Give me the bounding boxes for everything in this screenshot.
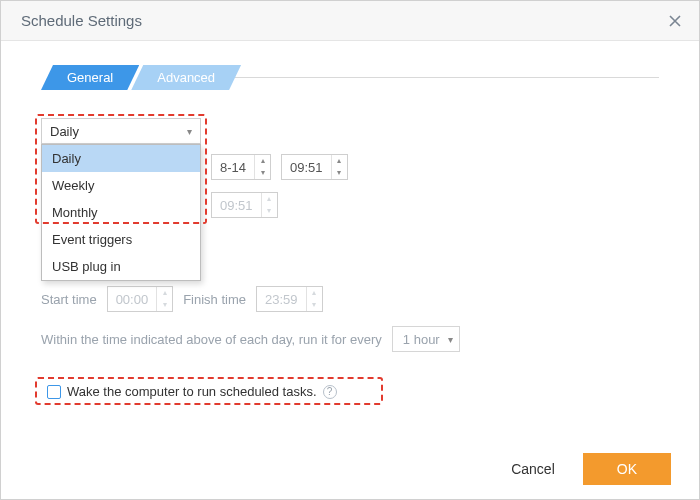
tab-general[interactable]: General xyxy=(41,65,139,90)
dialog-content: General Advanced Daily ▾ Daily Weekly Mo… xyxy=(1,41,699,439)
wake-label: Wake the computer to run scheduled tasks… xyxy=(67,384,317,399)
chevron-down-icon: ▾ xyxy=(187,126,192,137)
lower-rows: Start time 00:00 ▴▾ Finish time 23:59 ▴▾… xyxy=(41,286,659,403)
spin-down-icon: ▾ xyxy=(157,299,172,311)
chevron-down-icon: ▾ xyxy=(448,334,453,345)
frequency-option-daily[interactable]: Daily xyxy=(42,145,200,172)
spin-down-icon[interactable]: ▾ xyxy=(255,167,270,179)
dialog-footer: Cancel OK xyxy=(1,439,699,499)
spin-up-icon[interactable]: ▴ xyxy=(332,155,347,167)
second-row-residual: 09:51 ▴▾ xyxy=(211,192,278,218)
time-second-spinner: 09:51 ▴▾ xyxy=(211,192,278,218)
frequency-dropdown: Daily Weekly Monthly Event triggers USB … xyxy=(41,144,201,281)
dialog-title: Schedule Settings xyxy=(21,12,142,29)
tabs: General Advanced xyxy=(41,65,659,90)
spin-down-icon: ▾ xyxy=(307,299,322,311)
time-once-spinner[interactable]: 09:51 ▴▾ xyxy=(281,154,348,180)
frequency-option-event-triggers[interactable]: Event triggers xyxy=(42,226,200,253)
finish-time-value: 23:59 xyxy=(257,287,306,311)
interval-text: Within the time indicated above of each … xyxy=(41,332,382,347)
finish-time-spinner: 23:59 ▴▾ xyxy=(256,286,323,312)
interval-value: 1 hour xyxy=(403,332,440,347)
tabs-underline xyxy=(235,77,659,78)
time-second-value: 09:51 xyxy=(212,193,261,217)
interval-combo[interactable]: 1 hour ▾ xyxy=(392,326,460,352)
finish-time-label: Finish time xyxy=(183,292,246,307)
time-once-value: 09:51 xyxy=(282,155,331,179)
spin-up-icon: ▴ xyxy=(157,287,172,299)
start-time-label: Start time xyxy=(41,292,97,307)
frequency-option-usb-plug-in[interactable]: USB plug in xyxy=(42,253,200,280)
close-icon[interactable] xyxy=(663,9,687,33)
tab-advanced[interactable]: Advanced xyxy=(131,65,241,90)
wake-checkbox[interactable] xyxy=(47,385,61,399)
form-area: Daily ▾ Daily Weekly Monthly Event trigg… xyxy=(41,118,659,403)
date-spinner[interactable]: 8-14 ▴▾ xyxy=(211,154,271,180)
spin-up-icon: ▴ xyxy=(262,193,277,205)
once-row-residual: 8-14 ▴▾ 09:51 ▴▾ xyxy=(211,154,348,180)
frequency-option-monthly[interactable]: Monthly xyxy=(42,199,200,226)
wake-row: Wake the computer to run scheduled tasks… xyxy=(41,380,659,403)
start-finish-row: Start time 00:00 ▴▾ Finish time 23:59 ▴▾ xyxy=(41,286,659,312)
frequency-option-weekly[interactable]: Weekly xyxy=(42,172,200,199)
tab-general-label: General xyxy=(67,70,113,85)
frequency-field: Daily ▾ Daily Weekly Monthly Event trigg… xyxy=(41,118,201,144)
frequency-select[interactable]: Daily ▾ xyxy=(41,118,201,144)
date-value: 8-14 xyxy=(212,155,254,179)
tab-advanced-label: Advanced xyxy=(157,70,215,85)
title-bar: Schedule Settings xyxy=(1,1,699,41)
spin-down-icon[interactable]: ▾ xyxy=(332,167,347,179)
help-icon[interactable]: ? xyxy=(323,385,337,399)
spin-up-icon: ▴ xyxy=(307,287,322,299)
interval-row: Within the time indicated above of each … xyxy=(41,326,659,352)
cancel-button[interactable]: Cancel xyxy=(501,453,565,485)
start-time-value: 00:00 xyxy=(108,287,157,311)
frequency-selected-label: Daily xyxy=(50,124,79,139)
spin-down-icon: ▾ xyxy=(262,205,277,217)
spin-up-icon[interactable]: ▴ xyxy=(255,155,270,167)
schedule-settings-dialog: Schedule Settings General Advanced Daily… xyxy=(0,0,700,500)
ok-button[interactable]: OK xyxy=(583,453,671,485)
start-time-spinner: 00:00 ▴▾ xyxy=(107,286,174,312)
